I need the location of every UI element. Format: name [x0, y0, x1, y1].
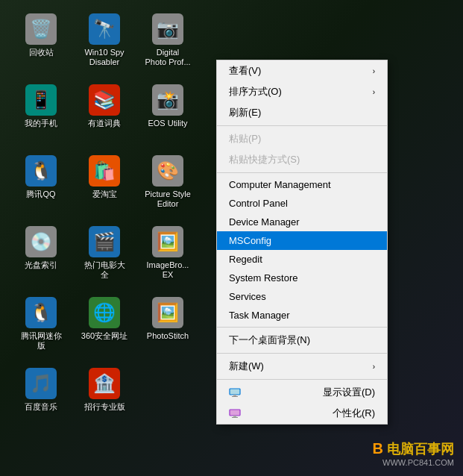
icon-zhaopro[interactable]: 🏦 招行专业版 [75, 362, 134, 429]
icon-label-tencentqq: 腾讯QQ [26, 190, 55, 199]
menu-label-display-settings: 显示设置(D) [323, 386, 375, 399]
menu-label-next-bg: 下一个桌面背景(N) [229, 333, 310, 347]
menu-separator-1 [217, 125, 387, 126]
menu-separator-2 [217, 172, 387, 173]
icon-hotmovie[interactable]: 🎬 热门电影大全 [75, 220, 134, 287]
menu-item-services[interactable]: Services [217, 287, 387, 306]
menu-item-paste[interactable]: 粘贴(P) [217, 128, 387, 149]
icon-label-picstyle: Picture StyleEditor [145, 190, 191, 209]
watermark-url: WWW.PC841.COM [373, 458, 454, 467]
menu-arrow-sort: › [373, 88, 375, 96]
icon-myphone[interactable]: 📱 我的手机 [11, 78, 71, 145]
icon-label-photostitch: PhotoStitch [147, 331, 189, 341]
menu-label-sort: 排序方式(O) [229, 85, 282, 98]
icon-label-360safe: 360安全网址 [81, 331, 127, 341]
menu-separator-4 [217, 353, 387, 354]
menu-separator-3 [217, 327, 387, 328]
menu-label-paste: 粘贴(P) [229, 132, 261, 145]
icon-label-digitalphoto: DigitalPhoto Prof... [145, 48, 190, 67]
menu-item-device-manager[interactable]: Device Manager [217, 213, 387, 231]
display-settings-icon [229, 388, 241, 397]
icon-eosutility[interactable]: 📸 EOS Utility [138, 78, 198, 145]
icon-win10spy[interactable]: 🔭 Win10 SpyDisabler [75, 7, 134, 75]
icon-label-youdao: 有道词典 [88, 119, 121, 128]
menu-label-system-restore: System Restore [229, 272, 297, 284]
menu-label-view: 查看(V) [229, 64, 261, 78]
menu-item-new[interactable]: 新建(W) › [217, 356, 387, 377]
svg-rect-3 [230, 410, 240, 416]
menu-arrow-view: › [373, 67, 375, 75]
menu-item-display-settings[interactable]: 显示设置(D) [217, 382, 387, 403]
menu-item-refresh[interactable]: 刷新(E) [217, 102, 387, 123]
icon-tencentqq[interactable]: 🐧 腾讯QQ [11, 149, 71, 216]
menu-label-services: Services [229, 291, 266, 302]
watermark-brand: B 电脑百事网 [373, 440, 454, 458]
menu-item-paste-shortcut[interactable]: 粘贴快捷方式(S) [217, 149, 387, 170]
menu-arrow-new: › [373, 363, 375, 371]
icon-360safe[interactable]: 🌐 360安全网址 [75, 291, 134, 358]
icon-label-baidumusic: 百度音乐 [25, 402, 57, 412]
icon-imagebrowser[interactable]: 🖼️ ImageBro...EX [138, 220, 198, 287]
menu-item-regedit[interactable]: Regedit [217, 250, 387, 269]
desktop: 🗑️ 回收站 🔭 Win10 SpyDisabler 📷 DigitalPhot… [0, 0, 463, 476]
context-menu: 查看(V) › 排序方式(O) › 刷新(E) 粘贴(P) 粘贴快捷方式(S) … [216, 60, 388, 425]
svg-rect-0 [230, 389, 240, 395]
menu-item-computer-management[interactable]: Computer Management [217, 175, 387, 194]
icon-taobao[interactable]: 🛍️ 爱淘宝 [75, 149, 134, 216]
personalize-icon [229, 409, 241, 418]
icon-picstyle[interactable]: 🎨 Picture StyleEditor [138, 149, 198, 216]
menu-label-regedit: Regedit [229, 254, 262, 265]
icon-label-discindex: 光盘索引 [25, 260, 57, 270]
menu-item-personalize[interactable]: 个性化(R) [217, 403, 387, 424]
menu-label-paste-shortcut: 粘贴快捷方式(S) [229, 153, 300, 166]
menu-label-computer-management: Computer Management [229, 179, 331, 190]
icon-youdao[interactable]: 📚 有道词典 [75, 78, 134, 145]
icon-label-myphone: 我的手机 [25, 119, 57, 128]
icon-label-eosutility: EOS Utility [148, 119, 187, 128]
menu-item-sort[interactable]: 排序方式(O) › [217, 81, 387, 102]
icon-label-hotmovie: 热门电影大全 [84, 260, 125, 280]
icon-label-qqmini: 腾讯网迷你版 [21, 331, 62, 351]
icon-digitalphoto[interactable]: 📷 DigitalPhoto Prof... [138, 7, 198, 75]
menu-item-system-restore[interactable]: System Restore [217, 269, 387, 287]
menu-label-control-panel: Control Panel [229, 198, 288, 209]
svg-rect-2 [232, 396, 238, 397]
menu-label-device-manager: Device Manager [229, 216, 300, 228]
menu-item-control-panel[interactable]: Control Panel [217, 194, 387, 213]
icon-label-recycle: 回收站 [29, 48, 54, 57]
menu-item-view[interactable]: 查看(V) › [217, 60, 387, 81]
icon-label-imagebrowser: ImageBro...EX [147, 260, 189, 280]
menu-label-new: 新建(W) [229, 360, 264, 373]
menu-label-refresh: 刷新(E) [229, 106, 261, 119]
icon-recycle[interactable]: 🗑️ 回收站 [11, 7, 71, 75]
menu-item-next-bg[interactable]: 下一个桌面背景(N) [217, 330, 387, 351]
icon-qqmini[interactable]: 🐧 腾讯网迷你版 [11, 291, 71, 358]
desktop-icons: 🗑️ 回收站 🔭 Win10 SpyDisabler 📷 DigitalPhot… [11, 7, 198, 429]
menu-item-msconfig[interactable]: MSConfig [217, 231, 387, 250]
icon-baidumusic[interactable]: 🎵 百度音乐 [11, 362, 71, 429]
icon-photostitch[interactable]: 🖼️ PhotoStitch [138, 291, 198, 358]
svg-rect-5 [232, 417, 238, 418]
menu-label-msconfig: MSConfig [229, 235, 271, 246]
menu-label-personalize: 个性化(R) [333, 407, 375, 420]
menu-separator-5 [217, 379, 387, 380]
svg-rect-4 [233, 416, 236, 417]
icon-label-taobao: 爱淘宝 [92, 190, 117, 199]
menu-item-task-manager[interactable]: Task Manager [217, 306, 387, 325]
watermark: B 电脑百事网 WWW.PC841.COM [373, 440, 454, 467]
icon-label-win10spy: Win10 SpyDisabler [84, 48, 124, 67]
icon-label-zhaopro: 招行专业版 [84, 402, 125, 412]
menu-label-task-manager: Task Manager [229, 310, 290, 321]
icon-discindex[interactable]: 💿 光盘索引 [11, 220, 71, 287]
svg-rect-1 [233, 395, 236, 396]
